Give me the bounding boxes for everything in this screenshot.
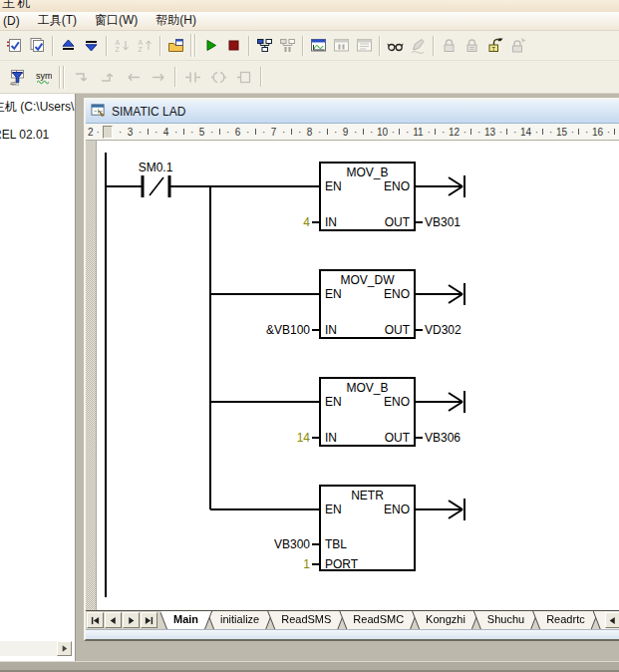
- upload-button[interactable]: [57, 34, 80, 58]
- run-button[interactable]: [199, 34, 222, 58]
- tab-Shuchu[interactable]: Shuchu: [474, 611, 537, 629]
- ruler-unit: ·7·: [259, 127, 295, 138]
- trend-pause-button[interactable]: [330, 34, 353, 58]
- tab-nav-first-button[interactable]: [87, 612, 104, 628]
- trend-chart-button[interactable]: [307, 34, 330, 58]
- sort-ascending-button[interactable]: AZ: [111, 34, 134, 58]
- arrow-left-icon: [608, 611, 617, 629]
- svg-text:sym: sym: [36, 71, 52, 81]
- ladder-canvas[interactable]: SM0.1MOV_BENENO4INOUTVB301MOV_DWENENO&VB…: [86, 141, 619, 610]
- first-icon: [91, 611, 100, 629]
- operand: 1: [303, 557, 310, 571]
- program-status-button[interactable]: [253, 34, 276, 58]
- eno-arrow: [415, 391, 464, 413]
- svg-text:ENO: ENO: [384, 395, 410, 409]
- box-icon: [236, 69, 253, 86]
- download-button[interactable]: [80, 34, 103, 58]
- unlock-dropdown-button[interactable]: T: [483, 34, 506, 58]
- ruler-number: 4: [163, 127, 169, 138]
- contact-SM0.1[interactable]: SM0.1: [139, 161, 173, 197]
- tab-ReadSMC[interactable]: ReadSMC: [340, 611, 417, 629]
- stop-button[interactable]: [222, 34, 245, 58]
- block-MOV_DW-1[interactable]: MOV_DWENENO&VB100INOUTVD302: [266, 270, 462, 338]
- svg-text:IN: IN: [325, 215, 337, 229]
- menu-item-2[interactable]: 窗口(W): [86, 11, 147, 31]
- menu-item-3[interactable]: 帮助(H): [147, 11, 205, 31]
- branch-down-button[interactable]: [68, 64, 94, 91]
- lad-window-titlebar[interactable]: SIMATIC LAD: [86, 100, 619, 124]
- next-icon: [127, 611, 136, 629]
- ruler-unit: ·6·: [223, 127, 259, 138]
- tab-nav-next-button[interactable]: [123, 612, 140, 628]
- last-icon: [145, 611, 154, 629]
- sym-toggle-button[interactable]: sym: [30, 64, 56, 91]
- ruler-unit: ·10·: [367, 127, 403, 138]
- pause-status-button[interactable]: [276, 34, 299, 58]
- tab-initialize[interactable]: initialize: [207, 611, 272, 629]
- tab-Kongzhi[interactable]: Kongzhi: [413, 611, 478, 629]
- menu-item-1[interactable]: 工具(T): [29, 11, 86, 31]
- menu-bar: (D)工具(T)窗口(W)帮助(H): [0, 12, 619, 31]
- tree-item-1[interactable]: REL 02.01: [0, 128, 49, 142]
- ruler-unit: ·16·: [582, 127, 618, 138]
- contact-button[interactable]: [179, 64, 205, 91]
- sort-descending-button[interactable]: AZ: [134, 34, 156, 58]
- compile-all-icon: [29, 37, 46, 54]
- toolbar-separator: [302, 36, 304, 56]
- lock-all-button[interactable]: [461, 34, 483, 58]
- coil-button[interactable]: [205, 64, 231, 91]
- block-NETR-3[interactable]: NETRENENOVB300TBL1PORT: [274, 486, 415, 571]
- run-icon: [202, 37, 219, 54]
- tab-Readrtc[interactable]: Readrtc: [533, 611, 598, 629]
- eno-arrow: [415, 175, 464, 197]
- ruler-number: 8: [307, 127, 313, 138]
- block-MOV_B-0[interactable]: MOV_BENENO4INOUTVB301: [303, 163, 461, 230]
- options-icon: [167, 37, 184, 54]
- editor-hscrollbar[interactable]: [86, 629, 619, 639]
- ruler-unit: ·12·: [439, 127, 474, 138]
- lock-button[interactable]: [438, 34, 461, 58]
- block-MOV_B-2[interactable]: MOV_BENENO14INOUTVB306: [297, 378, 462, 446]
- ruler-number: 3: [128, 127, 134, 138]
- tab-nav-last-button[interactable]: [141, 612, 157, 628]
- compile-button[interactable]: [3, 34, 26, 58]
- program-status-icon: [256, 37, 273, 54]
- compile-all-button[interactable]: [26, 34, 49, 58]
- line-left-button[interactable]: [120, 64, 146, 91]
- project-tree[interactable]: 主机 (C:\Users\REL 02.01: [0, 94, 76, 661]
- menu-item-0[interactable]: (D): [0, 13, 29, 30]
- tab-nav-previous-button[interactable]: [105, 612, 122, 628]
- ruler-number: 12: [449, 127, 460, 138]
- scroll-right-button[interactable]: [57, 641, 72, 656]
- project-tree-hscrollbar[interactable]: [0, 641, 72, 656]
- view-glasses-button[interactable]: [384, 34, 407, 58]
- trend-write-button[interactable]: [353, 34, 376, 58]
- svg-text:IN: IN: [325, 323, 337, 337]
- tab-Main[interactable]: Main: [160, 611, 211, 629]
- force-pen-button[interactable]: [407, 34, 430, 58]
- tree-item-0[interactable]: 主机 (C:\Users\: [0, 99, 74, 116]
- line-right-button[interactable]: [146, 64, 171, 91]
- svg-text:MOV_DW: MOV_DW: [341, 273, 396, 287]
- lock-up-icon: [509, 37, 526, 54]
- svg-text:EN: EN: [325, 503, 342, 516]
- simatic-lad-window[interactable]: SIMATIC LAD 2··3··4··5··6··7··8··9··10··…: [84, 98, 619, 641]
- ladder-diagram[interactable]: SM0.1MOV_BENENO4INOUTVB301MOV_DWENENO&VB…: [86, 141, 619, 610]
- options-button[interactable]: [164, 34, 187, 58]
- ruler-unit: ·13·: [474, 127, 510, 138]
- previous-icon: [109, 611, 118, 629]
- lock-up-button[interactable]: [506, 34, 529, 58]
- tabs-row: MaininitializeReadSMSReadSMCKongzhiShuch…: [160, 611, 619, 629]
- operand: 4: [303, 215, 310, 229]
- ruler-number: 14: [520, 127, 531, 138]
- svg-text:OUT: OUT: [385, 215, 411, 229]
- ruler-unit: ·8·: [295, 127, 331, 138]
- ruler-number: 10: [377, 127, 388, 138]
- window-title: 主机: [2, 0, 32, 12]
- tab-ReadSMS[interactable]: ReadSMS: [268, 611, 344, 629]
- ruler-number: 9: [343, 127, 349, 138]
- branch-up-button[interactable]: [94, 64, 120, 91]
- symbol-filter-button[interactable]: 4R): [4, 64, 30, 91]
- tab-scroll-left-button[interactable]: [605, 612, 619, 628]
- box-button[interactable]: [231, 64, 257, 91]
